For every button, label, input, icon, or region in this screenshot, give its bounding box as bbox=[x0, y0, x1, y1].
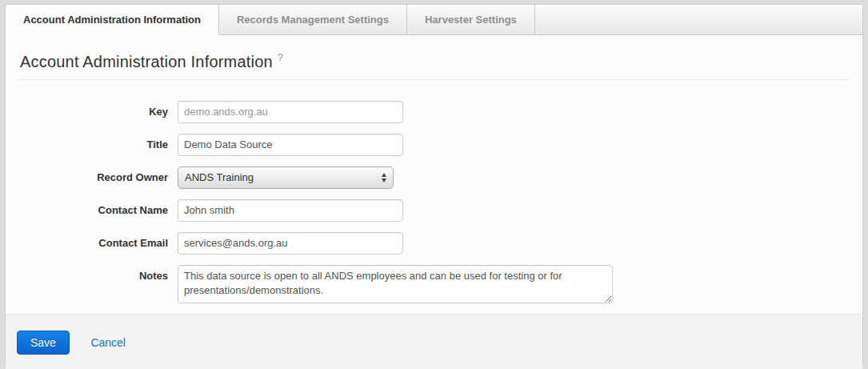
title-divider bbox=[17, 79, 848, 80]
contact-name-label: Contact Name bbox=[15, 199, 178, 216]
page-title-text: Account Administration Information bbox=[20, 53, 273, 70]
page-title: Account Administration Information? bbox=[20, 51, 850, 71]
contact-name-field[interactable] bbox=[178, 199, 403, 222]
field-row-contact-name: Contact Name bbox=[15, 199, 850, 222]
field-row-title: Title bbox=[15, 134, 850, 156]
save-button[interactable]: Save bbox=[17, 331, 70, 355]
field-row-record-owner: Record Owner ANDS Training bbox=[15, 166, 850, 189]
tab-account-administration-information[interactable]: Account Administration Information bbox=[6, 5, 219, 34]
help-icon[interactable]: ? bbox=[278, 51, 283, 63]
record-owner-label: Record Owner bbox=[15, 166, 178, 183]
settings-panel: Account Administration Information Recor… bbox=[5, 4, 863, 364]
title-field[interactable] bbox=[178, 134, 403, 156]
notes-field[interactable]: This data source is open to all ANDS emp… bbox=[178, 265, 613, 303]
record-owner-select-wrap: ANDS Training bbox=[178, 166, 394, 189]
title-label: Title bbox=[15, 134, 178, 150]
tab-records-management-settings[interactable]: Records Management Settings bbox=[219, 5, 407, 34]
notes-label: Notes bbox=[15, 265, 178, 282]
form-actions-footer: Save Cancel bbox=[6, 314, 862, 369]
field-row-notes: Notes This data source is open to all AN… bbox=[15, 265, 850, 303]
key-field bbox=[178, 101, 403, 123]
key-label: Key bbox=[15, 101, 178, 118]
account-admin-form: Key Title Record Owner ANDS Training bbox=[15, 101, 850, 303]
field-row-contact-email: Contact Email bbox=[15, 232, 850, 255]
tab-harvester-settings[interactable]: Harvester Settings bbox=[407, 5, 535, 34]
contact-email-label: Contact Email bbox=[15, 232, 178, 249]
tab-bar: Account Administration Information Recor… bbox=[6, 5, 862, 35]
field-row-key: Key bbox=[15, 101, 850, 123]
tab-content: Account Administration Information? Key … bbox=[6, 35, 862, 314]
cancel-link[interactable]: Cancel bbox=[90, 336, 126, 349]
contact-email-field[interactable] bbox=[178, 232, 403, 255]
record-owner-select[interactable]: ANDS Training bbox=[178, 166, 394, 189]
